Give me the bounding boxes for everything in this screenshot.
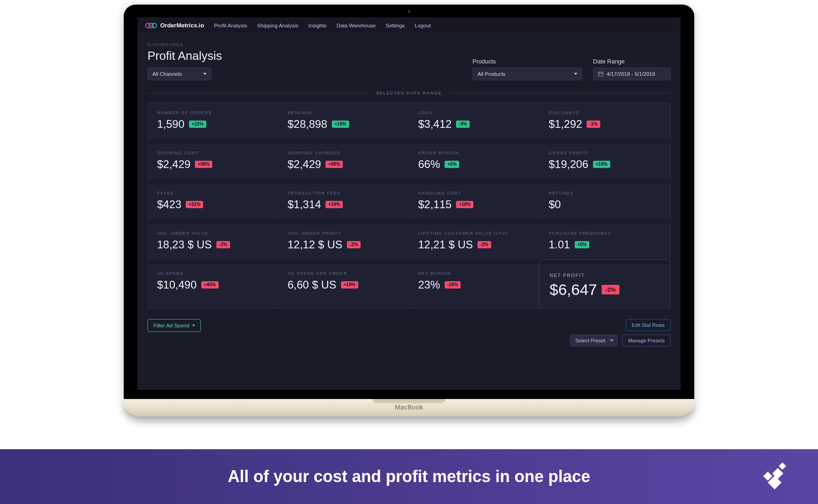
metric-cell[interactable]: Ad Spend$10,490+45% bbox=[148, 264, 278, 309]
metric-value: 1,590 bbox=[157, 118, 184, 131]
filter-ad-spend-label: Filter Ad Spend bbox=[153, 323, 189, 328]
metric-cell[interactable]: Shipping Cost$2,429+98% bbox=[148, 143, 278, 179]
metric-value-row: $0 bbox=[549, 198, 661, 211]
svg-marker-10 bbox=[779, 462, 786, 470]
metric-label: Revenue bbox=[288, 110, 399, 115]
metric-delta-badge: +18% bbox=[456, 201, 473, 208]
metric-value: 1.01 bbox=[549, 238, 570, 251]
nav-profit-analysis[interactable]: Profit Analysis bbox=[214, 23, 247, 28]
metric-value-row: $10,490+45% bbox=[157, 278, 269, 291]
metric-label: Net Profit bbox=[550, 273, 660, 278]
metric-cell[interactable]: Discounts$1,292-1% bbox=[540, 103, 670, 139]
metric-label: Number of Orders bbox=[157, 110, 269, 115]
metric-cell[interactable]: Ad Spend Per Order6,60 $ US+19% bbox=[278, 264, 409, 309]
metric-value: $0 bbox=[549, 198, 561, 211]
page-content: DASHBOARDS Profit Analysis All Channels … bbox=[137, 34, 681, 356]
app-root: OrderMetrics.io Profit Analysis Shipping… bbox=[137, 17, 681, 390]
chevron-down-icon bbox=[203, 73, 207, 75]
metric-value: $2,115 bbox=[418, 198, 451, 211]
metric-delta-badge: +98% bbox=[325, 161, 343, 168]
marketing-banner: All of your cost and profit metrics in o… bbox=[0, 449, 818, 504]
products-filter-label: Products bbox=[472, 58, 582, 65]
filter-ad-spend-button[interactable]: Filter Ad Spend bbox=[147, 319, 201, 332]
metric-delta-badge: -2% bbox=[477, 241, 491, 248]
brand-name: OrderMetrics.io bbox=[160, 22, 204, 29]
manage-presets-button[interactable]: Manage Presets bbox=[622, 335, 671, 346]
metric-value: $28,898 bbox=[288, 118, 327, 131]
edit-stat-rows-label: Edit Stat Rows bbox=[632, 322, 665, 328]
metric-label: Taxes bbox=[157, 191, 269, 195]
banner-headline: All of your cost and profit metrics in o… bbox=[228, 467, 590, 486]
metric-cell[interactable]: Lifetime Customer Value (LTV)12,21 $ US-… bbox=[409, 224, 540, 259]
metric-delta-badge: +0% bbox=[445, 161, 459, 168]
metric-label: Avg. Order Profit bbox=[288, 231, 399, 236]
metric-row: Shipping Cost$2,429+98%Shipping Charged$… bbox=[148, 139, 670, 179]
date-range-label: Date Range bbox=[593, 58, 671, 65]
metric-delta-badge: +0% bbox=[575, 241, 589, 248]
metric-cell[interactable]: Taxes$423+21% bbox=[148, 184, 278, 219]
banner-logo-icon bbox=[759, 460, 791, 493]
metric-cell[interactable]: Revenue$28,898+19% bbox=[278, 103, 409, 139]
metric-delta-badge: -2% bbox=[216, 241, 230, 248]
metric-delta-badge: +19% bbox=[341, 281, 358, 289]
metric-value: 18,23 $ US bbox=[157, 238, 212, 251]
metric-cell[interactable]: Transaction Fees$1,314+19% bbox=[278, 184, 409, 219]
metric-value: $2,429 bbox=[157, 158, 190, 171]
metric-value: $2,429 bbox=[288, 158, 321, 171]
metric-label: Purchase Frequency bbox=[549, 231, 661, 236]
channel-select[interactable]: All Channels bbox=[147, 68, 211, 80]
metric-delta-badge: +19% bbox=[593, 161, 610, 168]
metric-cell[interactable]: Number of Orders1,590+22% bbox=[148, 103, 278, 139]
metric-value-row: 1.01+0% bbox=[549, 238, 661, 251]
channel-select-value: All Channels bbox=[152, 71, 182, 77]
nav-data-warehouse[interactable]: Data Warehouse bbox=[336, 23, 376, 28]
metric-value: 23% bbox=[418, 278, 440, 291]
metric-cell[interactable]: Handling Cost$2,115+18% bbox=[409, 184, 540, 219]
chevron-down-icon bbox=[610, 340, 614, 342]
metric-value-row: 6,60 $ US+19% bbox=[288, 278, 399, 291]
divider-label: SELECTED DATE RANGE bbox=[370, 90, 448, 95]
chevron-down-icon bbox=[574, 73, 577, 75]
preset-select[interactable]: Select Preset bbox=[570, 335, 617, 346]
date-range-picker[interactable]: 4/17/2018 - 5/1/2018 bbox=[593, 68, 671, 80]
metric-delta-badge: +45% bbox=[201, 281, 219, 289]
metric-delta-badge: -2% bbox=[602, 285, 619, 294]
metric-label: Ad Spend bbox=[157, 271, 269, 276]
section-divider: SELECTED DATE RANGE bbox=[147, 90, 671, 95]
edit-stat-rows-button[interactable]: Edit Stat Rows bbox=[626, 319, 671, 331]
metric-value-row: $3,412-9% bbox=[418, 118, 530, 131]
metric-cell[interactable]: Avg. Order Value18,23 $ US-2% bbox=[148, 224, 278, 259]
metric-cell[interactable]: Gross Profit$19,206+19% bbox=[540, 143, 670, 179]
metric-cell[interactable]: Avg. Order Profit12,12 $ US-2% bbox=[278, 224, 409, 259]
metric-value-row: $2,429+98% bbox=[157, 158, 269, 171]
metric-value-row: $2,115+18% bbox=[418, 198, 530, 211]
metric-value-row: 1,590+22% bbox=[157, 118, 269, 131]
metric-row: Taxes$423+21%Transaction Fees$1,314+19%H… bbox=[148, 179, 670, 219]
metric-value: 12,21 $ US bbox=[418, 238, 473, 251]
page-title: Profit Analysis bbox=[147, 49, 459, 63]
metric-cell[interactable]: COGS$3,412-9% bbox=[409, 103, 540, 139]
metric-delta-badge: -18% bbox=[445, 281, 461, 289]
metric-delta-badge: +21% bbox=[186, 201, 203, 208]
nav-settings[interactable]: Settings bbox=[386, 23, 405, 28]
metric-cell[interactable]: Net Profit$6,647-2% bbox=[540, 264, 670, 309]
metric-value: $19,206 bbox=[549, 158, 588, 171]
products-select[interactable]: All Products bbox=[472, 68, 582, 80]
metric-cell[interactable]: Net Margin23%-18% bbox=[409, 264, 540, 309]
metric-cell[interactable]: Purchase Frequency1.01+0% bbox=[540, 224, 670, 259]
metric-delta-badge: -1% bbox=[587, 121, 600, 128]
metric-cell[interactable]: Refunds$0 bbox=[540, 184, 670, 219]
metric-label: Discounts bbox=[549, 110, 661, 115]
laptop-base: MacBook bbox=[124, 399, 694, 416]
brand-logo[interactable]: OrderMetrics.io bbox=[145, 22, 204, 29]
metric-cell[interactable]: Gross Margin66%+0% bbox=[409, 143, 540, 179]
nav-logout[interactable]: Logout bbox=[415, 23, 431, 28]
nav-insights[interactable]: Insights bbox=[308, 23, 326, 28]
nav-shipping-analysis[interactable]: Shipping Analysis bbox=[257, 23, 298, 28]
metric-delta-badge: -9% bbox=[456, 121, 470, 128]
metric-label: Shipping Cost bbox=[157, 151, 269, 155]
metric-value-row: 12,21 $ US-2% bbox=[418, 238, 530, 251]
logo-icon bbox=[145, 22, 157, 29]
metric-cell[interactable]: Shipping Charged$2,429+98% bbox=[278, 143, 409, 179]
metric-label: Transaction Fees bbox=[288, 191, 399, 195]
